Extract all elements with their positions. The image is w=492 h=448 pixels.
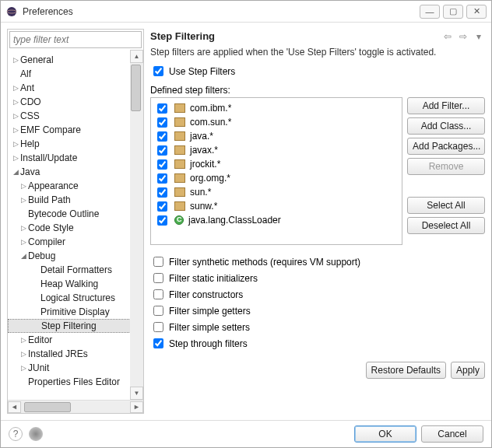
filter-checkbox[interactable] bbox=[157, 215, 167, 226]
filter-checkbox[interactable] bbox=[157, 187, 167, 198]
filters-list[interactable]: com.ibm.*com.sun.*java.*javax.*jrockit.*… bbox=[150, 97, 402, 245]
option-row[interactable]: Filter synthetic methods (requires VM su… bbox=[150, 254, 485, 269]
tree-node[interactable]: ▷Compiler bbox=[8, 235, 143, 249]
hscroll-thumb[interactable] bbox=[24, 402, 71, 412]
tree-node[interactable]: Logical Structures bbox=[8, 291, 143, 305]
option-checkbox[interactable] bbox=[153, 289, 163, 299]
cancel-button[interactable]: Cancel bbox=[421, 425, 483, 443]
expand-closed-icon[interactable]: ▷ bbox=[19, 350, 28, 358]
tree-node[interactable]: ▷Installed JREs bbox=[8, 347, 143, 361]
option-row[interactable]: Filter simple setters bbox=[150, 320, 485, 334]
filter-checkbox[interactable] bbox=[157, 103, 167, 114]
tree-node[interactable]: ▷Appearance bbox=[8, 179, 143, 193]
menu-dropdown-icon[interactable]: ▾ bbox=[473, 31, 485, 42]
tree-node[interactable]: Heap Walking bbox=[8, 277, 143, 291]
filter-checkbox[interactable] bbox=[157, 159, 167, 170]
scroll-left-arrow[interactable]: ◄ bbox=[8, 401, 21, 413]
filter-item[interactable]: com.ibm.* bbox=[154, 101, 399, 115]
scroll-thumb[interactable] bbox=[131, 65, 141, 111]
import-export-icon[interactable] bbox=[29, 427, 43, 441]
expand-closed-icon[interactable]: ▷ bbox=[11, 154, 20, 162]
tree-node[interactable]: ▷EMF Compare bbox=[8, 123, 143, 137]
tree-node[interactable]: ◢Debug bbox=[8, 249, 143, 263]
expand-open-icon[interactable]: ◢ bbox=[11, 168, 20, 176]
tree-node[interactable]: ◢Java bbox=[8, 165, 143, 179]
expand-closed-icon[interactable]: ▷ bbox=[11, 98, 20, 106]
expand-closed-icon[interactable]: ▷ bbox=[19, 336, 28, 344]
option-checkbox[interactable] bbox=[153, 306, 163, 316]
tree-node[interactable]: ▷Install/Update bbox=[8, 151, 143, 165]
filter-item[interactable]: java.* bbox=[154, 129, 399, 143]
filter-item[interactable]: sunw.* bbox=[154, 199, 399, 213]
help-icon[interactable]: ? bbox=[9, 427, 23, 441]
hscroll-track[interactable] bbox=[21, 401, 130, 413]
expand-closed-icon[interactable]: ▷ bbox=[19, 238, 28, 246]
forward-icon[interactable]: ⇨ bbox=[457, 31, 469, 42]
remove-button[interactable]: Remove bbox=[407, 158, 485, 175]
option-checkbox[interactable] bbox=[153, 322, 163, 332]
filter-item[interactable]: java.lang.ClassLoader bbox=[154, 213, 399, 227]
filter-item[interactable]: javax.* bbox=[154, 143, 399, 157]
back-icon[interactable]: ⇦ bbox=[441, 31, 454, 42]
option-checkbox[interactable] bbox=[153, 338, 163, 348]
expand-closed-icon[interactable]: ▷ bbox=[19, 196, 28, 204]
add-class-button[interactable]: Add Class... bbox=[407, 117, 485, 135]
filter-item[interactable]: sun.* bbox=[154, 185, 399, 199]
horizontal-scrollbar[interactable]: ◄ ► bbox=[8, 400, 143, 413]
tree-node[interactable]: Primitive Display bbox=[8, 305, 143, 319]
expand-closed-icon[interactable]: ▷ bbox=[11, 140, 20, 148]
expand-closed-icon[interactable]: ▷ bbox=[11, 56, 20, 64]
filter-checkbox[interactable] bbox=[157, 201, 167, 212]
tree-node[interactable]: Step Filtering bbox=[8, 319, 143, 333]
filter-checkbox[interactable] bbox=[157, 145, 167, 156]
tree-node[interactable]: ▷General bbox=[8, 53, 143, 67]
option-row[interactable]: Filter simple getters bbox=[150, 303, 485, 318]
close-button[interactable]: ✕ bbox=[466, 5, 487, 19]
tree-node[interactable]: ▷Help bbox=[8, 137, 143, 151]
scroll-track[interactable] bbox=[130, 63, 143, 387]
ok-button[interactable]: OK bbox=[354, 425, 416, 443]
use-step-filters-row[interactable]: Use Step Filters bbox=[150, 64, 485, 79]
filter-item[interactable]: com.sun.* bbox=[154, 115, 399, 129]
filter-input[interactable] bbox=[9, 31, 142, 48]
filter-checkbox[interactable] bbox=[157, 117, 167, 128]
expand-closed-icon[interactable]: ▷ bbox=[11, 126, 20, 134]
expand-closed-icon[interactable]: ▷ bbox=[19, 364, 28, 372]
tree-node[interactable]: Bytecode Outline bbox=[8, 207, 143, 221]
vertical-scrollbar[interactable]: ▲ ▼ bbox=[130, 50, 143, 400]
expand-closed-icon[interactable]: ▷ bbox=[11, 112, 20, 120]
expand-closed-icon[interactable]: ▷ bbox=[11, 84, 20, 92]
minimize-button[interactable]: — bbox=[420, 5, 440, 19]
tree-node[interactable]: ▷Editor bbox=[8, 333, 143, 347]
option-checkbox[interactable] bbox=[153, 257, 163, 267]
option-checkbox[interactable] bbox=[153, 273, 163, 283]
filter-item[interactable]: org.omg.* bbox=[154, 171, 399, 185]
select-all-button[interactable]: Select All bbox=[407, 197, 485, 214]
use-step-filters-checkbox[interactable] bbox=[153, 66, 163, 76]
preference-tree[interactable]: ▷GeneralAlf▷Ant▷CDO▷CSS▷EMF Compare▷Help… bbox=[8, 50, 143, 400]
maximize-button[interactable]: ▢ bbox=[443, 5, 463, 19]
expand-open-icon[interactable]: ◢ bbox=[19, 252, 28, 260]
option-row[interactable]: Step through filters bbox=[150, 336, 485, 351]
tree-node[interactable]: Properties Files Editor bbox=[8, 375, 143, 389]
tree-node[interactable]: ▷Code Style bbox=[8, 221, 143, 235]
tree-node[interactable]: Alf bbox=[8, 67, 143, 81]
option-row[interactable]: Filter static initializers bbox=[150, 271, 485, 285]
add-filter-button[interactable]: Add Filter... bbox=[407, 97, 485, 114]
filter-item[interactable]: jrockit.* bbox=[154, 157, 399, 171]
tree-node[interactable]: ▷CSS bbox=[8, 109, 143, 123]
tree-node[interactable]: ▷CDO bbox=[8, 95, 143, 109]
tree-node[interactable]: ▷JUnit bbox=[8, 361, 143, 375]
filter-checkbox[interactable] bbox=[157, 131, 167, 142]
scroll-right-arrow[interactable]: ► bbox=[130, 401, 143, 413]
expand-closed-icon[interactable]: ▷ bbox=[19, 182, 28, 190]
deselect-all-button[interactable]: Deselect All bbox=[407, 217, 485, 234]
scroll-up-arrow[interactable]: ▲ bbox=[130, 50, 143, 63]
apply-button[interactable]: Apply bbox=[451, 362, 485, 379]
scroll-down-arrow[interactable]: ▼ bbox=[130, 387, 143, 400]
tree-node[interactable]: ▷Build Path bbox=[8, 193, 143, 207]
filter-checkbox[interactable] bbox=[157, 173, 167, 184]
add-packages-button[interactable]: Add Packages... bbox=[407, 138, 485, 155]
tree-node[interactable]: Detail Formatters bbox=[8, 263, 143, 277]
tree-node[interactable]: ▷Ant bbox=[8, 81, 143, 95]
